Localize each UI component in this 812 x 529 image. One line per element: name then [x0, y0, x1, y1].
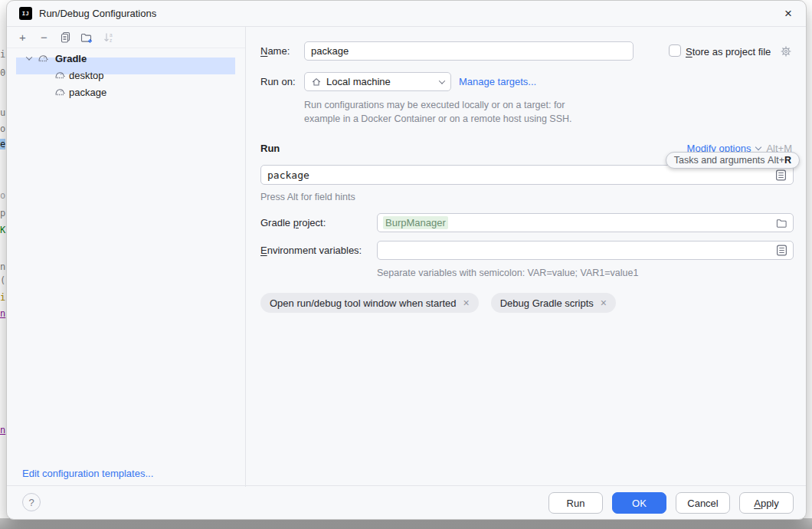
code-fragment: o — [0, 123, 5, 134]
run-button[interactable]: Run — [548, 492, 603, 514]
edit-configuration-templates-link[interactable]: Edit configuration templates... — [22, 468, 153, 479]
svg-text:z: z — [110, 37, 112, 42]
gear-icon[interactable] — [780, 45, 792, 58]
code-fragment: p, — [0, 208, 6, 219]
run-section-header: Run — [260, 143, 280, 154]
apply-button[interactable]: Apply — [739, 492, 794, 514]
tree-node-label: package — [69, 87, 106, 98]
code-fragment: n — [0, 308, 5, 319]
expand-list-icon[interactable] — [776, 245, 787, 256]
remove-chip-icon[interactable]: × — [601, 297, 607, 309]
code-fragment: n — [0, 425, 5, 435]
environment-variables-label: Environment variables: — [260, 245, 362, 256]
remove-icon[interactable]: − — [38, 31, 51, 44]
field-hints-text: Press Alt for field hints — [260, 192, 355, 202]
tree-node-gradle[interactable]: Gradle — [27, 50, 87, 67]
environment-variables-help: Separate variables with semicolon: VAR=v… — [377, 268, 638, 278]
run-on-select[interactable]: Local machine — [304, 72, 451, 91]
sidebar-divider — [245, 27, 246, 487]
tree-node-label: Gradle — [55, 53, 87, 64]
tasks-value: package — [267, 169, 309, 181]
store-as-project-file-label: Store as project file — [686, 46, 771, 58]
intellij-logo-icon: IJ — [19, 7, 32, 20]
code-fragment: 0, — [0, 67, 6, 78]
dialog-footer: ? Run OK Cancel Apply — [7, 485, 806, 519]
house-icon — [311, 77, 322, 87]
copy-icon[interactable] — [59, 31, 72, 44]
remove-chip-icon[interactable]: × — [463, 297, 470, 309]
dialog-title: Run/Debug Configurations — [39, 8, 156, 19]
code-fragment: K — [0, 225, 5, 235]
help-icon[interactable]: ? — [22, 493, 41, 511]
chip-label: Debug Gradle scripts — [500, 297, 594, 309]
code-fragment: u, — [0, 107, 6, 118]
chip-open-tool-window[interactable]: Open run/debug tool window when started … — [260, 293, 479, 313]
configurations-toolbar: + − a z — [7, 27, 245, 48]
manage-targets-link[interactable]: Manage targets... — [459, 76, 536, 87]
chevron-down-icon — [439, 77, 445, 84]
footer-buttons: Run OK Cancel Apply — [548, 492, 794, 514]
code-fragment: n: — [0, 261, 6, 272]
run-on-label: Run on: — [260, 76, 296, 87]
add-icon[interactable]: + — [16, 31, 29, 44]
code-fragment: ic — [0, 49, 6, 60]
gradle-project-label: Gradle project: — [260, 217, 326, 228]
option-chips: Open run/debug tool window when started … — [260, 293, 616, 313]
run-on-help-text: Run configurations may be executed local… — [304, 98, 574, 126]
folder-icon[interactable] — [776, 218, 787, 228]
ok-button[interactable]: OK — [612, 492, 666, 514]
gradle-project-value: BurpManager — [383, 216, 448, 229]
gradle-elephant-icon — [54, 70, 66, 80]
chevron-down-icon — [755, 144, 761, 150]
desktop-background — [0, 518, 812, 529]
dialog-titlebar: IJ Run/Debug Configurations × — [7, 1, 806, 27]
code-fragment: ( — [0, 275, 5, 286]
chevron-down-icon[interactable] — [26, 54, 32, 60]
chip-debug-gradle-scripts[interactable]: Debug Gradle scripts × — [491, 293, 616, 313]
svg-text:a: a — [110, 31, 113, 37]
code-fragment: e — [0, 139, 5, 150]
gradle-elephant-icon — [38, 53, 49, 64]
expand-list-icon[interactable] — [775, 169, 787, 181]
gradle-project-input[interactable]: BurpManager — [377, 213, 794, 232]
code-fragment: o — [0, 190, 5, 201]
chip-label: Open run/debug tool window when started — [270, 297, 457, 309]
store-as-project-file-checkbox[interactable] — [669, 44, 681, 57]
new-folder-icon[interactable] — [80, 31, 93, 44]
cancel-button[interactable]: Cancel — [676, 492, 730, 514]
run-on-value: Local machine — [326, 76, 391, 87]
environment-variables-input[interactable] — [377, 241, 794, 260]
run-debug-configurations-dialog: IJ Run/Debug Configurations × + − a z — [6, 0, 807, 520]
sort-alpha-icon[interactable]: a z — [102, 31, 115, 44]
tree-node-package[interactable]: package — [54, 84, 106, 100]
code-fragment: i — [0, 292, 5, 303]
gradle-elephant-icon — [54, 87, 66, 97]
name-input[interactable] — [304, 41, 634, 61]
tasks-and-arguments-tooltip: Tasks and arguments Alt+R — [666, 152, 800, 169]
background-editor-sliver: ic0,u,oeop,Kn:(inn — [0, 0, 6, 520]
close-icon[interactable]: × — [780, 5, 797, 22]
tree-node-label: desktop — [69, 70, 104, 81]
name-label: Name: — [260, 45, 290, 57]
tree-node-desktop[interactable]: desktop — [54, 67, 104, 84]
